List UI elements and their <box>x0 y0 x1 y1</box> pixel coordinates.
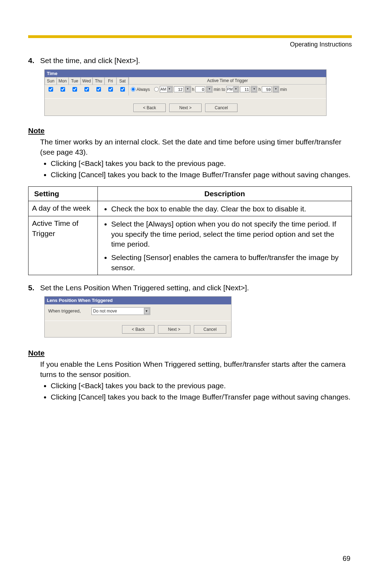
lens-position-select[interactable]: Do not move ▼ <box>91 307 150 315</box>
step-4: 4. Set the time, and click [Next>]. <box>28 56 352 66</box>
step-5-number: 5. <box>28 283 40 293</box>
header-right-text: Operating Instructions <box>28 40 352 49</box>
note-2-bullet-1: Clicking [<Back] takes you back to the p… <box>51 381 352 391</box>
table-r2-desc-2: Selecting [Sensor] enables the camera to… <box>111 253 348 273</box>
time-back-button[interactable]: < Back <box>133 104 166 112</box>
active-time-head: Active Time of Trigger <box>129 77 326 85</box>
lens-cancel-button[interactable]: Cancel <box>194 325 226 334</box>
day-head-thu: Thu <box>93 78 104 85</box>
note-2-heading: Note <box>28 348 352 358</box>
day-columns: Sun Mon Tue Wed Thu Fri Sat <box>45 77 129 95</box>
to-hour-input[interactable] <box>240 86 250 92</box>
chevron-down-icon: ▼ <box>207 87 212 92</box>
table-r1-setting: A day of the week <box>28 201 98 216</box>
radio-period[interactable] <box>154 87 159 92</box>
h-label-1: h <box>192 87 195 92</box>
day-head-fri: Fri <box>104 78 116 85</box>
min-to-label: min to <box>214 87 225 92</box>
chevron-down-icon: ▼ <box>144 308 150 314</box>
time-next-button[interactable]: Next > <box>169 104 202 112</box>
step-5-text: Set the Lens Position When Triggered set… <box>40 283 352 293</box>
day-check-sat[interactable] <box>120 87 125 92</box>
day-head-sun: Sun <box>45 78 57 85</box>
step-4-text: Set the time, and click [Next>]. <box>40 56 352 66</box>
lens-next-button[interactable]: Next > <box>158 325 190 334</box>
note-1-list: Clicking [<Back] takes you back to the p… <box>28 159 352 180</box>
day-check-fri[interactable] <box>108 87 113 92</box>
time-cancel-button[interactable]: Cancel <box>205 104 238 112</box>
radio-always-label: Always <box>137 87 150 92</box>
note-1-heading: Note <box>28 126 352 136</box>
table-r1-desc-1: Check the box to enable the day. Clear t… <box>111 204 348 214</box>
from-min-select[interactable]: ▼ <box>206 86 213 93</box>
day-head-tue: Tue <box>69 78 81 85</box>
note-1-bullet-2: Clicking [Cancel] takes you back to the … <box>51 170 352 180</box>
note-2-para: If you enable the Lens Position When Tri… <box>40 359 352 379</box>
radio-always[interactable] <box>131 87 135 92</box>
day-check-wed[interactable] <box>84 87 89 92</box>
to-ampm-select[interactable]: PM▼ <box>226 86 239 93</box>
time-panel: Time Sun Mon Tue Wed Thu Fri Sat Active … <box>44 69 327 116</box>
settings-table: Setting Description A day of the week Ch… <box>28 186 352 275</box>
to-hour-select[interactable]: ▼ <box>251 86 257 93</box>
day-head-sat: Sat <box>116 78 128 85</box>
chevron-down-icon: ▼ <box>233 87 238 92</box>
from-hour-input[interactable] <box>174 86 184 92</box>
from-min-input[interactable] <box>195 86 205 92</box>
step-4-number: 4. <box>28 56 40 66</box>
top-accent-bar <box>28 35 352 38</box>
day-check-sun[interactable] <box>49 87 53 92</box>
table-head-setting: Setting <box>28 186 98 201</box>
from-ampm-select[interactable]: AM▼ <box>160 86 173 93</box>
lens-position-value: Do not move <box>93 308 117 314</box>
lens-label: When triggered, <box>48 308 81 314</box>
from-ampm-value: AM <box>160 87 166 92</box>
table-r2-desc-1: Select the [Always] option when you do n… <box>111 219 348 249</box>
note-1-para: The timer works by an internal clock. Se… <box>40 137 352 157</box>
to-ampm-value: PM <box>227 87 233 92</box>
day-check-thu[interactable] <box>96 87 101 92</box>
time-panel-title: Time <box>45 70 326 78</box>
min-label: min <box>280 87 287 92</box>
day-head-wed: Wed <box>81 78 93 85</box>
lens-panel: Lens Position When Triggered When trigge… <box>44 296 232 338</box>
table-r2-setting: Active Time of Trigger <box>28 216 98 275</box>
note-2-bullet-2: Clicking [Cancel] takes you back to the … <box>51 392 352 402</box>
to-min-input[interactable] <box>262 86 272 92</box>
chevron-down-icon: ▼ <box>273 87 278 92</box>
table-head-description: Description <box>98 186 352 201</box>
day-head-mon: Mon <box>57 78 69 85</box>
chevron-down-icon: ▼ <box>185 87 190 92</box>
page-number: 69 <box>343 554 350 563</box>
day-check-mon[interactable] <box>61 87 65 92</box>
note-2-list: Clicking [<Back] takes you back to the p… <box>28 381 352 402</box>
h-label-2: h <box>258 87 261 92</box>
chevron-down-icon: ▼ <box>252 87 256 92</box>
step-5: 5. Set the Lens Position When Triggered … <box>28 283 352 293</box>
note-1-bullet-1: Clicking [<Back] takes you back to the p… <box>51 159 352 168</box>
day-check-tue[interactable] <box>72 87 77 92</box>
to-min-select[interactable]: ▼ <box>273 86 279 93</box>
lens-back-button[interactable]: < Back <box>122 325 154 334</box>
chevron-down-icon: ▼ <box>167 87 172 92</box>
from-hour-select[interactable]: ▼ <box>185 86 191 93</box>
lens-panel-title: Lens Position When Triggered <box>45 297 231 304</box>
